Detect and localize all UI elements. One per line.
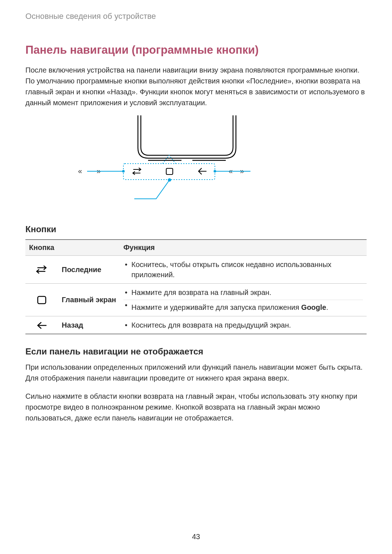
svg-rect-5 (166, 168, 173, 175)
function-item: Нажмите и удерживайте для запуска прилож… (123, 300, 363, 312)
table-row: ПоследниеКоснитесь, чтобы открыть список… (25, 256, 367, 284)
table-row: НазадКоснитесь для возврата на предыдущи… (25, 316, 367, 334)
table-row: Главный экранНажмите для возврата на гла… (25, 284, 367, 316)
heading-navigation-bar: Панель навигации (программные кнопки) (25, 44, 367, 57)
navigation-bar-figure: « » « » (25, 115, 367, 210)
table-head-function: Функция (120, 240, 367, 256)
page-number: 43 (0, 533, 392, 541)
function-item: Коснитесь, чтобы открыть список недавно … (123, 259, 363, 280)
recents-icon-cell (25, 256, 58, 284)
table-head-button: Кнопка (25, 240, 120, 256)
svg-rect-14 (38, 296, 46, 304)
figure-svg (25, 115, 367, 210)
button-function: Нажмите для возврата на главный экран.На… (120, 284, 367, 316)
heading-hidden-nav: Если панель навигации не отображается (25, 346, 367, 357)
intro-paragraph: После включения устройства на панели нав… (25, 65, 367, 108)
hidden-nav-paragraph-1: При использовании определенных приложени… (25, 362, 367, 383)
back-icon-cell (25, 316, 58, 334)
button-name: Последние (58, 256, 120, 284)
recents-icon (36, 265, 48, 274)
home-icon-cell (25, 284, 58, 316)
hidden-nav-paragraph-2: Сильно нажмите в области кнопки возврата… (25, 391, 367, 423)
button-name: Назад (58, 316, 120, 334)
function-item: Нажмите для возврата на главный экран. (123, 287, 363, 297)
heading-buttons: Кнопки (25, 224, 367, 234)
button-name: Главный экран (58, 284, 120, 316)
function-item: Коснитесь для возврата на предыдущий экр… (123, 320, 363, 330)
chapter-title: Основные сведения об устройстве (25, 12, 367, 21)
back-icon (36, 321, 48, 329)
home-icon (36, 295, 47, 305)
buttons-table: Кнопка Функция ПоследниеКоснитесь, чтобы… (25, 239, 367, 334)
button-function: Коснитесь, чтобы открыть список недавно … (120, 256, 367, 284)
button-function: Коснитесь для возврата на предыдущий экр… (120, 316, 367, 334)
